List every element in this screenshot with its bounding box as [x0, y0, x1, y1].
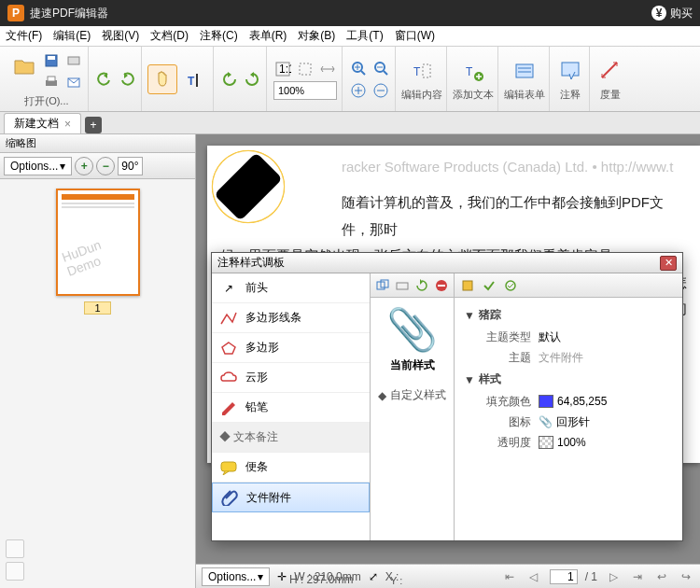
menu-view[interactable]: 视图(V)	[102, 28, 139, 44]
undo-button[interactable]	[94, 69, 115, 90]
prop-fill-color[interactable]: 填充颜色64,85,255	[464, 391, 673, 412]
shape-attachment[interactable]: 文件附件	[212, 483, 370, 512]
rotate-right-button[interactable]	[242, 69, 262, 90]
props-section-style[interactable]: ▼ 样式	[464, 368, 673, 391]
last-page-button[interactable]: ⇥	[629, 568, 646, 585]
dialog-titlebar[interactable]: 注释样式调板 ✕	[212, 253, 682, 273]
rotate-left-button[interactable]	[219, 69, 240, 90]
shape-cloud[interactable]: 云形	[212, 363, 370, 393]
clone-style-button[interactable]	[374, 276, 391, 295]
text-select-button[interactable]: T	[179, 64, 209, 94]
measure-label: 度量	[600, 88, 621, 102]
prop-subject[interactable]: 主题文件附件	[464, 347, 673, 368]
svg-rect-19	[516, 64, 533, 77]
page-thumbnail[interactable]: HuDun Demo	[56, 189, 140, 296]
properties-panel: ▼ 猪踪 主题类型默认 主题文件附件 ▼ 样式 填充颜色64,85,255 图标…	[455, 273, 682, 540]
menu-document[interactable]: 文档(D)	[150, 28, 189, 44]
sticky-note-icon	[219, 459, 238, 476]
prop-opacity[interactable]: 透明度100%	[464, 432, 673, 453]
add-text-button[interactable]: T	[458, 56, 488, 86]
thumb-rotate-button[interactable]: 90°	[118, 157, 142, 175]
shape-polyline[interactable]: 多边形线条	[212, 303, 370, 333]
zoom-in-alt-button[interactable]	[348, 80, 369, 101]
delete-style-button[interactable]	[433, 276, 450, 295]
redo-button[interactable]	[117, 69, 137, 90]
prev-page-button[interactable]: ◁	[525, 568, 542, 585]
zoom-out-button[interactable]	[371, 58, 391, 78]
buy-link[interactable]: 购买	[670, 6, 693, 21]
document-tab[interactable]: 新建文档 ×	[4, 113, 81, 133]
add-tab-button[interactable]: +	[85, 117, 102, 133]
menu-file[interactable]: 文件(F)	[6, 28, 42, 44]
page-number-input[interactable]	[550, 569, 578, 584]
svg-rect-27	[463, 281, 472, 290]
edit-content-button[interactable]: T	[407, 56, 437, 86]
menu-tool[interactable]: 工具(T)	[346, 28, 383, 44]
svg-rect-4	[68, 57, 79, 64]
open-label: 打开(O)...	[24, 94, 68, 108]
actual-size-button[interactable]: 1:1	[273, 59, 293, 79]
menu-window[interactable]: 窗口(W)	[395, 28, 435, 44]
status-y: Y :	[390, 575, 402, 586]
fit-width-button[interactable]	[317, 59, 338, 79]
svg-rect-7	[196, 74, 198, 87]
first-page-button[interactable]: ⇤	[501, 568, 518, 585]
comment-styles-dialog: 注释样式调板 ✕ ↗前头 多边形线条 多边形 云形 铅笔 ◆ 文本备注 便条 文…	[211, 252, 683, 541]
nav-back-button[interactable]: ↩	[653, 568, 670, 585]
next-page-button[interactable]: ▷	[605, 568, 622, 585]
svg-text:1:1: 1:1	[279, 63, 291, 76]
nav-fwd-button[interactable]: ↪	[678, 568, 694, 585]
page-watermark: racker Software Products (Canada) Ltd. •…	[342, 159, 687, 175]
currency-icon[interactable]: ¥	[651, 6, 666, 21]
side-tab-1-icon[interactable]	[6, 539, 24, 558]
menu-object[interactable]: 对象(B)	[298, 28, 335, 44]
prop-subject-type[interactable]: 主题类型默认	[464, 327, 673, 347]
open-button[interactable]	[9, 50, 39, 80]
thumb-zoom-in-button[interactable]: +	[75, 157, 93, 175]
polyline-icon	[219, 310, 238, 327]
hand-tool-button[interactable]	[147, 64, 177, 94]
shape-pencil[interactable]: 铅笔	[212, 393, 370, 423]
shape-polygon[interactable]: 多边形	[212, 333, 370, 363]
close-tab-icon[interactable]: ×	[64, 118, 71, 131]
shape-sticky[interactable]: 便条	[212, 453, 370, 483]
menu-form[interactable]: 表单(R)	[249, 28, 287, 44]
zoom-in-button[interactable]	[348, 58, 369, 78]
menu-comment[interactable]: 注释(C)	[200, 28, 238, 44]
fit-page-button[interactable]	[295, 59, 315, 79]
measure-button[interactable]	[595, 56, 625, 86]
thumb-options-button[interactable]: Options...▾	[4, 157, 72, 175]
status-options-button[interactable]: Options...▾	[202, 567, 270, 586]
side-tab-2-icon[interactable]	[6, 562, 24, 581]
dialog-close-button[interactable]: ✕	[660, 256, 677, 271]
reset-style-button[interactable]	[413, 276, 430, 295]
crosshair-icon[interactable]: ✛	[277, 570, 287, 583]
zoom-combo[interactable]	[273, 81, 337, 100]
trial-stamp-icon	[202, 140, 295, 233]
custom-style-item[interactable]: ◆ 自定义样式	[378, 385, 446, 406]
prop-tool-2-button[interactable]	[480, 276, 498, 295]
svg-rect-24	[397, 283, 408, 289]
thumbnails-header: 缩略图	[0, 134, 195, 153]
document-tabstrip: 新建文档 × +	[0, 112, 700, 134]
zoom-out-alt-button[interactable]	[371, 80, 391, 101]
thumb-zoom-out-button[interactable]: −	[96, 157, 115, 175]
rename-style-button[interactable]	[394, 276, 411, 295]
print-button[interactable]	[41, 72, 62, 92]
svg-rect-10	[300, 63, 311, 75]
prop-tool-1-button[interactable]	[458, 276, 477, 295]
shape-section-text: ◆ 文本备注	[212, 423, 370, 453]
edit-form-button[interactable]	[510, 56, 539, 86]
annotate-label: 注释	[560, 88, 581, 102]
props-section-track[interactable]: ▼ 猪踪	[464, 303, 673, 327]
thumb-page-number: 1	[84, 301, 110, 315]
scan-button[interactable]	[63, 50, 84, 71]
email-button[interactable]	[63, 72, 84, 92]
annotate-button[interactable]	[555, 56, 585, 86]
prop-icon[interactable]: 图标📎回形针	[464, 412, 673, 432]
menu-edit[interactable]: 编辑(E)	[53, 28, 91, 44]
prop-tool-3-button[interactable]	[501, 276, 520, 295]
shape-arrow[interactable]: ↗前头	[212, 273, 370, 303]
save-button[interactable]	[41, 50, 62, 71]
svg-rect-26	[438, 285, 445, 287]
